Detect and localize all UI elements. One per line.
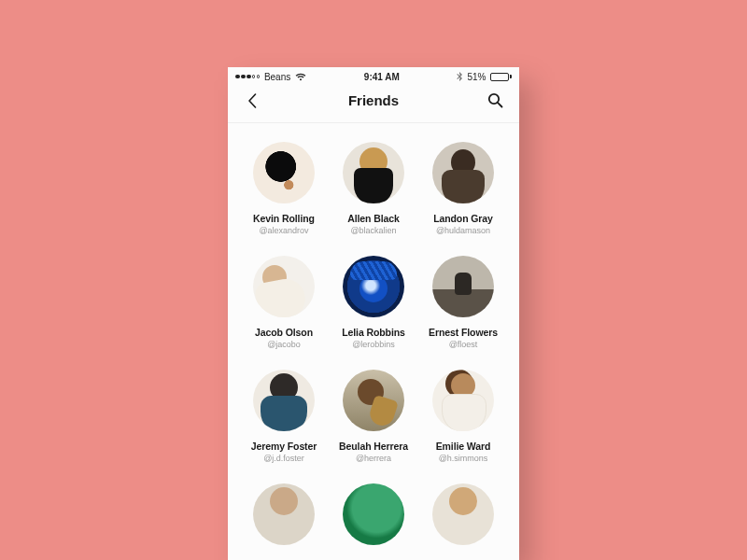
friend-card[interactable] <box>332 483 415 545</box>
signal-dots-icon <box>235 75 260 79</box>
chevron-left-icon <box>247 93 257 108</box>
friend-card[interactable] <box>422 483 504 545</box>
friend-card[interactable]: Jacob Olson @jacobo <box>243 256 325 349</box>
avatar <box>343 483 404 545</box>
friend-card[interactable]: Kevin Rolling @alexandrov <box>243 142 325 235</box>
friend-name: Landon Gray <box>433 213 493 224</box>
friend-handle: @herrera <box>356 454 391 463</box>
clock: 9:41 AM <box>364 72 400 82</box>
friend-name: Jeremy Foster <box>251 441 317 452</box>
back-button[interactable] <box>241 90 263 112</box>
header: Friends <box>228 84 519 123</box>
friend-name: Ernest Flowers <box>429 327 498 338</box>
status-bar: Beans 9:41 AM 51% <box>228 67 519 84</box>
friends-grid: Kevin Rolling @alexandrov Allen Black @b… <box>228 123 519 545</box>
svg-line-1 <box>498 103 501 106</box>
friend-card[interactable]: USA Emilie Ward @h.simmons <box>422 370 504 463</box>
friend-name: Jacob Olson <box>255 327 313 338</box>
friend-card[interactable]: Ernest Flowers @floest <box>422 256 504 349</box>
friend-name: Lelia Robbins <box>342 327 405 338</box>
friend-handle: @lerobbins <box>352 340 395 349</box>
avatar: USA <box>432 370 494 431</box>
avatar <box>343 256 404 317</box>
friend-card[interactable]: Jeremy Foster @j.d.foster <box>243 370 325 463</box>
friend-card[interactable]: Lelia Robbins @lerobbins <box>332 256 415 349</box>
friend-name: Kevin Rolling <box>253 213 315 224</box>
battery-pct: 51% <box>467 72 486 82</box>
friend-handle: @jacobo <box>267 340 301 349</box>
friend-name: Emilie Ward <box>436 441 491 452</box>
friend-name: Allen Black <box>347 213 400 224</box>
friend-card[interactable] <box>243 483 325 545</box>
friend-handle: @blackalien <box>350 226 396 235</box>
battery-icon <box>490 73 512 81</box>
friend-handle: @alexandrov <box>259 226 308 235</box>
friend-handle: @huldamason <box>436 226 490 235</box>
avatar <box>253 256 315 317</box>
search-icon <box>487 92 503 108</box>
friend-handle: @j.d.foster <box>263 454 304 463</box>
friend-handle: @h.simmons <box>439 454 488 463</box>
avatar <box>432 142 494 203</box>
avatar <box>253 142 315 203</box>
page-title: Friends <box>348 92 399 108</box>
avatar <box>343 370 404 431</box>
avatar <box>432 483 494 545</box>
avatar <box>253 370 315 431</box>
friend-card[interactable]: Beulah Herrera @herrera <box>332 370 415 463</box>
carrier-label: Beans <box>264 72 290 82</box>
avatar <box>343 142 404 203</box>
friend-name: Beulah Herrera <box>339 441 408 452</box>
search-button[interactable] <box>484 90 506 112</box>
shirt-text: USA <box>453 405 467 412</box>
wifi-icon <box>295 73 306 81</box>
friend-handle: @floest <box>449 340 478 349</box>
friend-card[interactable]: Allen Black @blackalien <box>332 142 415 235</box>
avatar <box>253 483 315 545</box>
app-screen: Beans 9:41 AM 51% Friends <box>228 67 519 560</box>
friend-card[interactable]: Landon Gray @huldamason <box>422 142 504 235</box>
avatar <box>432 256 494 317</box>
bluetooth-icon <box>457 72 462 81</box>
